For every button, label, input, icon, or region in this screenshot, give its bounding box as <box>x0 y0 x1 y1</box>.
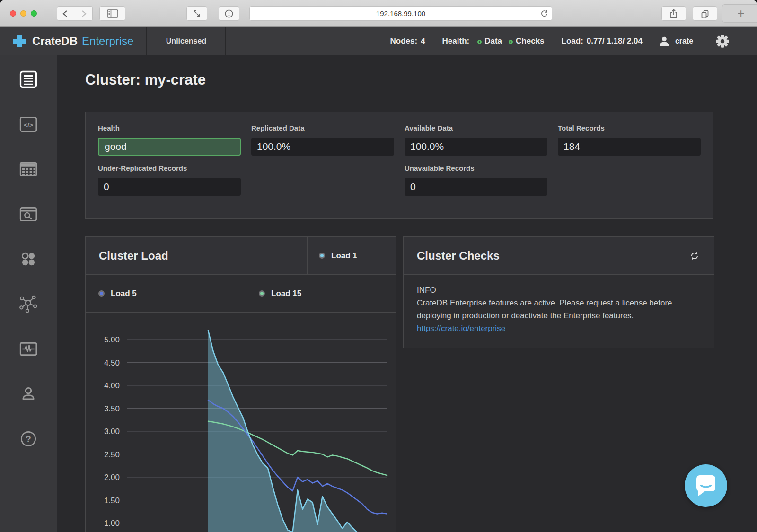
user-icon <box>658 35 670 47</box>
monitoring-icon <box>18 339 38 359</box>
sidebar-item-privileges[interactable] <box>0 382 57 406</box>
browser-sidebar-button[interactable] <box>99 6 125 21</box>
tabs-icon <box>700 9 710 18</box>
refresh-icon <box>689 251 700 261</box>
page-title: Cluster: my-crate <box>85 71 206 88</box>
browser-tab-overview-button[interactable] <box>693 6 717 21</box>
browser-fullscreen-button[interactable] <box>186 6 207 21</box>
sidebar-item-monitoring[interactable] <box>0 337 57 361</box>
settings-menu[interactable] <box>705 27 739 55</box>
svg-text:2.00: 2.00 <box>104 473 120 482</box>
cluster-load-title: Cluster Load <box>86 237 307 274</box>
browser-toolbar: 192.168.99.100 + <box>0 0 757 27</box>
svg-text:3.00: 3.00 <box>104 427 120 436</box>
cluster-load-chart-area: 5.004.504.003.503.002.502.001.501.00 <box>86 313 396 532</box>
sidebar-item-console[interactable]: </> <box>0 113 57 136</box>
stat-label: Total Records <box>558 124 701 132</box>
legend-load-5[interactable]: Load 5 <box>86 275 246 312</box>
window-close-button[interactable] <box>10 10 16 17</box>
nodes-icon <box>18 249 38 269</box>
stat-available-data: Available Data 100.0% <box>405 124 547 156</box>
reload-icon <box>540 9 548 18</box>
stat-total-records: Total Records 184 <box>558 124 701 156</box>
expand-arrows-icon <box>192 9 202 18</box>
stat-under-replicated: Under-Replicated Records 0 <box>98 164 241 196</box>
browser-share-button[interactable] <box>661 6 686 21</box>
enterprise-link[interactable]: https://crate.io/enterprise <box>417 324 505 333</box>
brand-name: CrateDB <box>32 35 78 48</box>
cluster-graph-icon <box>18 294 38 314</box>
main-content: Cluster: my-crate Health good Replicated… <box>57 55 757 532</box>
window-zoom-button[interactable] <box>31 10 37 17</box>
sidebar-item-help[interactable]: ? <box>0 427 57 451</box>
svg-text:5.00: 5.00 <box>104 335 120 344</box>
under-replicated-value: 0 <box>98 178 241 196</box>
overview-icon <box>18 69 39 90</box>
stat-health: Health good <box>98 124 241 156</box>
sidebar-item-overview[interactable] <box>0 68 57 91</box>
cluster-load-header: Cluster Load Load 1 <box>86 237 396 275</box>
window-minimize-button[interactable] <box>20 10 26 17</box>
stat-label: Health <box>98 124 241 132</box>
stat-label: Available Data <box>405 124 547 132</box>
check-severity: INFO <box>417 284 701 297</box>
cluster-checks-panel: Cluster Checks INFO CrateDB Enterprise f… <box>403 236 714 348</box>
svg-text:4.50: 4.50 <box>104 358 120 367</box>
chat-bubble-icon <box>695 474 717 497</box>
sidebar-item-cluster[interactable] <box>0 292 57 316</box>
brand-edition: Enterprise <box>82 35 133 48</box>
svg-text:4.00: 4.00 <box>104 381 120 390</box>
app-sidebar: </> <box>0 55 57 532</box>
browser-forward-button[interactable] <box>74 6 93 21</box>
gear-icon <box>715 34 730 49</box>
license-status[interactable]: Unlicensed <box>147 27 226 55</box>
share-icon <box>669 9 678 19</box>
svg-text:?: ? <box>26 434 31 444</box>
cluster-load-legend-row: Load 5 Load 15 <box>86 275 396 313</box>
user-menu[interactable]: crate <box>646 27 705 55</box>
health-status: Health:DataChecks <box>442 36 545 46</box>
browser-back-button[interactable] <box>57 6 75 21</box>
load-5-dot-icon <box>98 290 105 297</box>
refresh-checks-button[interactable] <box>675 237 714 274</box>
svg-text:</>: </> <box>24 122 33 129</box>
load-1-dot-icon <box>319 253 325 259</box>
brand-logo[interactable]: CrateDB Enterprise <box>0 27 147 55</box>
sidebar-item-shards[interactable] <box>0 202 57 226</box>
cluster-checks-body: INFO CrateDB Enterprise features are act… <box>404 275 714 344</box>
sidebar-toggle-icon <box>107 9 118 18</box>
tables-icon <box>18 159 38 179</box>
checks-health-dot <box>509 40 513 44</box>
health-value: good <box>98 138 241 156</box>
browser-window: 192.168.99.100 + <box>0 0 757 532</box>
cluster-status-bar: Nodes:4 Health:DataChecks Load:0.77/ 1.1… <box>390 27 643 55</box>
load-15-dot-icon <box>259 290 265 297</box>
cluster-load-panel: Cluster Load Load 1 Load 5 Load 15 5.004… <box>85 236 396 532</box>
address-bar[interactable]: 192.168.99.100 <box>249 6 552 21</box>
stat-label: Replicated Data <box>251 124 394 132</box>
svg-text:1.00: 1.00 <box>104 519 120 528</box>
new-tab-button[interactable]: + <box>722 4 757 23</box>
stat-unavailable: Unavailable Records 0 <box>405 164 547 196</box>
browser-extension-button[interactable] <box>219 6 239 21</box>
cratedb-logo-icon <box>13 35 26 47</box>
username: crate <box>675 37 693 45</box>
plus-icon: + <box>737 6 744 21</box>
help-icon: ? <box>18 429 38 449</box>
stat-replicated-data: Replicated Data 100.0% <box>251 124 394 156</box>
replicated-data-value: 100.0% <box>251 138 394 156</box>
url-text: 192.168.99.100 <box>376 9 425 17</box>
svg-text:3.50: 3.50 <box>104 404 120 413</box>
sidebar-item-nodes[interactable] <box>0 247 57 271</box>
sidebar-item-tables[interactable] <box>0 157 57 181</box>
cluster-checks-title: Cluster Checks <box>404 237 675 274</box>
reload-button[interactable] <box>540 9 548 18</box>
cluster-checks-header: Cluster Checks <box>404 237 714 275</box>
cluster-stats-panel: Health good Replicated Data 100.0% Avail… <box>85 112 713 219</box>
intercom-chat-button[interactable] <box>685 464 727 507</box>
svg-text:1.50: 1.50 <box>104 496 120 505</box>
unavailable-records-value: 0 <box>405 178 547 196</box>
legend-load-1[interactable]: Load 1 <box>307 237 396 274</box>
legend-load-15[interactable]: Load 15 <box>246 275 396 312</box>
stat-label: Under-Replicated Records <box>98 164 241 172</box>
